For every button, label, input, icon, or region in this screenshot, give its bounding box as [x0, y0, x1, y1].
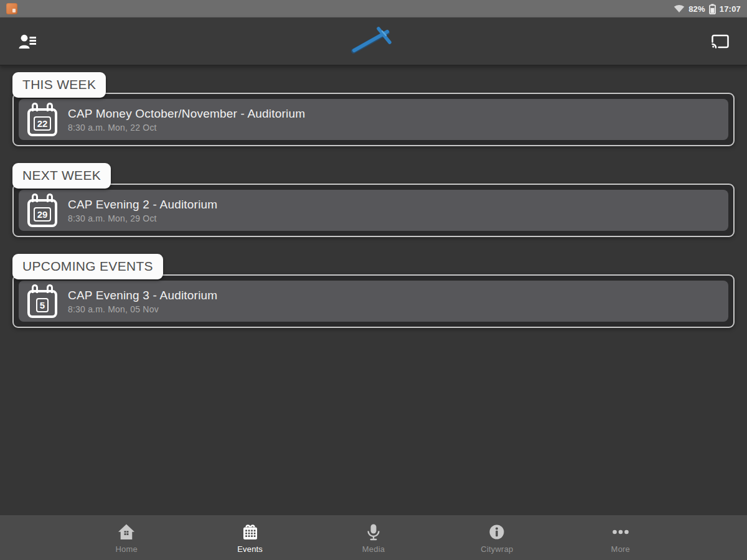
- calendar-date-icon: 5: [27, 284, 57, 318]
- calendar-icon: [241, 523, 260, 541]
- event-day: 5: [36, 298, 49, 312]
- nav-label: Media: [362, 544, 385, 554]
- microphone-icon: [364, 523, 383, 541]
- nav-item-more[interactable]: More: [559, 515, 682, 560]
- event-card[interactable]: 5 CAP Evening 3 - Auditorium 8:30 a.m. M…: [19, 281, 728, 322]
- nav-label: Home: [115, 544, 137, 554]
- events-list: THIS WEEK 22 CAP Money October/November …: [0, 66, 747, 515]
- nav-item-media[interactable]: Media: [312, 515, 435, 560]
- nav-item-citywrap[interactable]: Citywrap: [435, 515, 558, 560]
- section-label: NEXT WEEK: [12, 163, 111, 189]
- event-day: 29: [34, 207, 52, 222]
- battery-percent-text: 82%: [688, 4, 705, 14]
- app-header: [0, 17, 747, 66]
- section-body: 5 CAP Evening 3 - Auditorium 8:30 a.m. M…: [12, 274, 735, 328]
- section-next-week: NEXT WEEK 29 CAP Evening 2 - Auditorium …: [12, 163, 735, 237]
- nav-label: Events: [237, 544, 263, 554]
- nav-item-events[interactable]: Events: [188, 515, 311, 560]
- event-title: CAP Evening 2 - Auditorium: [68, 197, 217, 212]
- event-title: CAP Money October/November - Auditorium: [68, 106, 305, 121]
- section-label: THIS WEEK: [12, 72, 106, 98]
- status-bar: 82% 17:07: [0, 0, 747, 17]
- event-datetime: 8:30 a.m. Mon, 29 Oct: [68, 213, 217, 224]
- info-icon: [487, 523, 506, 541]
- section-upcoming-events: UPCOMING EVENTS 5 CAP Evening 3 - Audito…: [12, 254, 735, 328]
- nav-item-home[interactable]: Home: [65, 515, 188, 560]
- home-icon: [117, 523, 136, 541]
- cast-icon[interactable]: [711, 34, 730, 49]
- event-day: 22: [34, 116, 52, 131]
- section-body: 22 CAP Money October/November - Auditori…: [12, 93, 735, 146]
- event-card[interactable]: 22 CAP Money October/November - Auditori…: [19, 99, 728, 140]
- section-label: UPCOMING EVENTS: [12, 254, 163, 279]
- bottom-nav: Home Events: [0, 515, 747, 560]
- wifi-icon: [674, 4, 685, 13]
- event-datetime: 8:30 a.m. Mon, 05 Nov: [68, 304, 217, 315]
- section-body: 29 CAP Evening 2 - Auditorium 8:30 a.m. …: [12, 184, 735, 237]
- event-card[interactable]: 29 CAP Evening 2 - Auditorium 8:30 a.m. …: [19, 190, 728, 231]
- section-this-week: THIS WEEK 22 CAP Money October/November …: [12, 72, 735, 146]
- app-logo-icon: [347, 25, 400, 57]
- contacts-icon[interactable]: [17, 33, 37, 50]
- calendar-date-icon: 29: [27, 194, 57, 227]
- clock-text: 17:07: [720, 4, 741, 14]
- event-title: CAP Evening 3 - Auditorium: [68, 288, 217, 302]
- app-screen: 82% 17:07: [0, 0, 747, 560]
- battery-icon: [709, 4, 716, 14]
- nav-label: Citywrap: [481, 544, 513, 554]
- notification-app-icon: [6, 3, 17, 14]
- nav-label: More: [611, 544, 630, 554]
- calendar-date-icon: 22: [27, 103, 57, 136]
- more-dots-icon: [611, 523, 630, 541]
- event-datetime: 8:30 a.m. Mon, 22 Oct: [68, 122, 305, 133]
